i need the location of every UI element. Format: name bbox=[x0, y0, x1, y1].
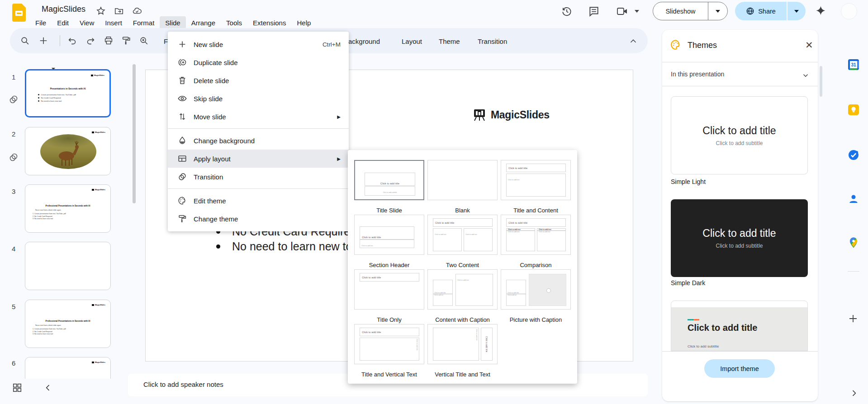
menu-extensions[interactable]: Extensions bbox=[247, 16, 291, 29]
chevron-down-icon[interactable] bbox=[802, 71, 810, 80]
submenu-arrow-icon: ▶ bbox=[337, 156, 341, 161]
menu-item-change-background[interactable]: Change background bbox=[168, 132, 349, 150]
layout-button[interactable]: Layout bbox=[402, 38, 422, 45]
slides-logo[interactable] bbox=[12, 4, 26, 22]
print-icon[interactable] bbox=[104, 36, 114, 46]
thumb-list: 1. Create presentation from text, YouTub… bbox=[33, 213, 66, 221]
layout-option-title-only[interactable]: Click to add title bbox=[354, 269, 424, 310]
layout-option-title-slide[interactable]: Click to add title Click to add subtitle bbox=[354, 160, 424, 200]
new-slide-plus-icon[interactable] bbox=[38, 36, 48, 46]
google-contacts-icon[interactable] bbox=[848, 193, 859, 205]
slideshow-button[interactable]: Slideshow bbox=[653, 8, 708, 15]
layout-label: Vertical Title and Text bbox=[427, 371, 498, 378]
transition-applied-icon[interactable] bbox=[8, 94, 19, 105]
grid-view-icon[interactable] bbox=[12, 383, 22, 393]
menu-item-new-slide[interactable]: New slide Ctrl+M bbox=[168, 35, 349, 53]
comments-icon[interactable] bbox=[588, 5, 600, 17]
menu-item-transition[interactable]: Transition bbox=[168, 168, 349, 186]
google-tasks-icon[interactable] bbox=[848, 149, 859, 161]
menu-tools[interactable]: Tools bbox=[221, 16, 247, 29]
meet-camera-icon[interactable] bbox=[617, 6, 628, 17]
collapse-filmstrip-icon[interactable] bbox=[43, 383, 52, 392]
layout-option-vertical-title-and-text[interactable]: Click to add text Click to add title bbox=[427, 324, 498, 364]
layout-label: Title and Vertical Text bbox=[354, 371, 424, 378]
slide-thumbnail-3[interactable]: MagicSlides Professional Presentations i… bbox=[25, 184, 111, 233]
logo-fold bbox=[22, 4, 26, 8]
share-split-button: Share bbox=[735, 2, 806, 20]
panel-divider bbox=[662, 86, 818, 86]
menu-item-move-slide[interactable]: Move slide ▶ bbox=[168, 108, 349, 126]
collapse-toolbar-icon[interactable] bbox=[628, 36, 638, 46]
move-folder-icon[interactable] bbox=[114, 6, 124, 16]
plus-icon bbox=[177, 39, 187, 49]
document-title[interactable]: MagicSlides bbox=[42, 5, 85, 14]
menu-help[interactable]: Help bbox=[291, 16, 316, 29]
paint-format-icon[interactable] bbox=[121, 36, 131, 46]
slide-thumbnail-5[interactable]: MagicSlides Professional Presentations i… bbox=[25, 300, 111, 348]
thumb-brand-logo: MagicSlides bbox=[92, 188, 105, 191]
menu-item-duplicate-slide[interactable]: Duplicate slide bbox=[168, 53, 349, 71]
google-keep-icon[interactable] bbox=[848, 104, 859, 116]
background-button[interactable]: Background bbox=[344, 38, 380, 45]
avatar[interactable] bbox=[841, 3, 857, 19]
layout-label: Picture with Caption bbox=[501, 316, 571, 323]
layout-option-two-content[interactable]: Click to add title Click to add text Cli… bbox=[427, 215, 498, 255]
eye-icon bbox=[177, 94, 187, 103]
zoom-in-icon[interactable] bbox=[139, 36, 149, 46]
theme-button[interactable]: Theme bbox=[439, 38, 460, 45]
slide-thumbnail-2[interactable]: MagicSlides bbox=[25, 127, 111, 175]
share-caret-button[interactable] bbox=[787, 2, 806, 20]
layout-option-picture-with-caption[interactable]: Click to add title Click to add text bbox=[501, 269, 571, 310]
palette-icon bbox=[177, 196, 187, 206]
menu-arrange[interactable]: Arrange bbox=[186, 16, 221, 29]
theme-card-partial[interactable]: Click to add title Click to add subtitle bbox=[671, 301, 808, 351]
menu-format[interactable]: Format bbox=[128, 16, 160, 29]
layout-label: Section Header bbox=[354, 262, 424, 268]
gemini-spark-icon[interactable] bbox=[815, 5, 826, 17]
close-icon[interactable]: ✕ bbox=[805, 40, 813, 51]
share-button[interactable]: Share bbox=[735, 7, 787, 15]
theme-card-simple-dark[interactable]: Click to add title Click to add subtitle bbox=[671, 199, 808, 277]
menu-item-edit-theme[interactable]: Edit theme bbox=[168, 192, 349, 210]
slide-thumbnail-1[interactable]: MagicSlides Presentations in Seconds wit… bbox=[25, 69, 111, 117]
menu-insert[interactable]: Insert bbox=[100, 16, 128, 29]
slide-thumbnail-6[interactable]: MagicSlides bbox=[25, 357, 111, 379]
menu-view[interactable]: View bbox=[74, 16, 100, 29]
layout-option-section-header[interactable]: Click to add title Click to add text bbox=[354, 215, 424, 255]
layout-option-title-and-content[interactable]: Click to add title Click to add text bbox=[501, 160, 571, 200]
redo-icon[interactable] bbox=[85, 36, 95, 46]
transition-button[interactable]: Transition bbox=[478, 38, 507, 45]
slide-thumbnail-4[interactable] bbox=[25, 242, 111, 290]
filmstrip: 1 MagicSlides Presentations in Seconds w… bbox=[0, 54, 140, 379]
menu-slide[interactable]: Slide bbox=[160, 16, 185, 29]
menu-separator bbox=[168, 128, 349, 129]
theme-filter-select[interactable]: In this presentation bbox=[671, 70, 724, 78]
menu-item-delete-slide[interactable]: Delete slide bbox=[168, 71, 349, 89]
get-add-ons-plus-icon[interactable] bbox=[848, 313, 859, 325]
star-icon[interactable] bbox=[96, 6, 106, 16]
undo-icon[interactable] bbox=[67, 36, 77, 46]
google-maps-icon[interactable] bbox=[848, 237, 859, 249]
layout-option-blank[interactable] bbox=[427, 160, 498, 200]
menu-item-change-theme[interactable]: Change theme bbox=[168, 210, 349, 228]
camera-caret-icon[interactable] bbox=[635, 10, 639, 13]
version-history-icon[interactable] bbox=[561, 5, 573, 17]
transition-applied-icon[interactable] bbox=[8, 152, 19, 163]
google-calendar-icon[interactable]: 31 bbox=[848, 59, 859, 70]
cloud-status-icon[interactable] bbox=[132, 6, 142, 16]
layout-option-title-and-vertical-text[interactable]: Click to add title Click to add text bbox=[354, 324, 424, 364]
theme-card-simple-light[interactable]: Click to add title Click to add subtitle bbox=[671, 96, 808, 174]
menu-item-skip-slide[interactable]: Skip slide bbox=[168, 89, 349, 108]
show-side-panel-icon[interactable] bbox=[849, 389, 859, 398]
layout-option-content-with-caption[interactable]: Click to add title Click to add text Cli… bbox=[427, 269, 498, 310]
import-theme-button[interactable]: Import theme bbox=[704, 359, 775, 378]
menu-file[interactable]: File bbox=[30, 16, 52, 29]
menu-item-apply-layout[interactable]: Apply layout ▶ bbox=[168, 150, 349, 168]
slideshow-caret-button[interactable] bbox=[708, 2, 727, 20]
themes-scrollbar[interactable] bbox=[820, 66, 822, 97]
menu-edit[interactable]: Edit bbox=[52, 16, 74, 29]
search-menus-icon[interactable] bbox=[20, 36, 30, 46]
layout-option-comparison[interactable]: Click to add title Click to add text Cli… bbox=[501, 215, 571, 255]
filmstrip-scrollbar[interactable] bbox=[133, 64, 136, 203]
slide-number: 3 bbox=[12, 188, 15, 195]
